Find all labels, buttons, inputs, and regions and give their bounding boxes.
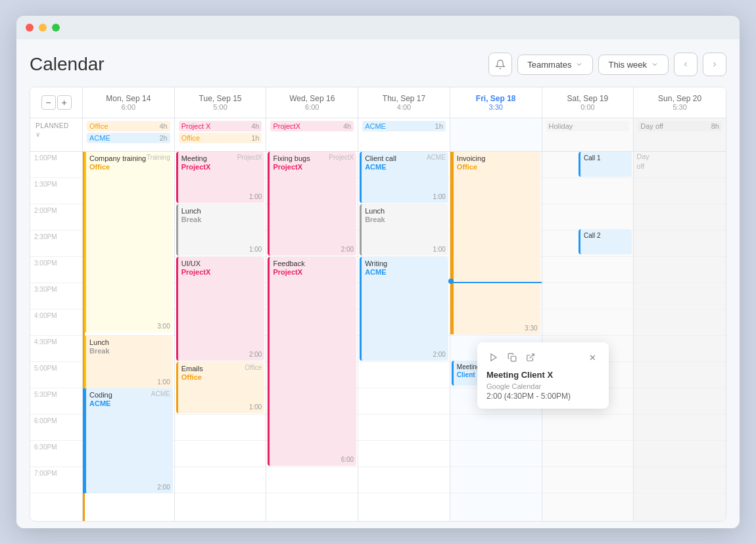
day-wed: Fixing bugs ProjectX ProjectX 2:00 Feedb…	[266, 152, 358, 521]
planned-fri	[450, 118, 542, 151]
planned-tag: ACME 2h	[87, 133, 170, 143]
event-invoicing-fri[interactable]: Invoicing Office 3:30	[452, 152, 540, 334]
time-130pm: 1:30PM	[30, 178, 82, 204]
event-company-training[interactable]: Company training Office Training 3:00	[84, 152, 173, 332]
time-6pm: 6:00PM	[30, 415, 82, 441]
header-tue: Tue, Sep 15 5:00	[175, 87, 267, 118]
header: Calendar Teammates This week	[30, 53, 726, 76]
tooltip-copy-button[interactable]	[505, 350, 519, 365]
corner-controls: − +	[30, 87, 83, 118]
time-430pm: 4:30PM	[30, 336, 82, 362]
event-fixing-bugs-wed[interactable]: Fixing bugs ProjectX ProjectX 2:00	[268, 152, 356, 256]
tooltip-close-button[interactable]: ✕	[585, 350, 600, 365]
tooltip-title: Meeting Client X	[486, 370, 600, 380]
zoom-out-button[interactable]: −	[41, 95, 56, 110]
event-tooltip: ✕ Meeting Client X Google Calendar 2:00 …	[477, 342, 609, 409]
day-tue: Meeting ProjectX ProjectX 1:00 Lunch Bre…	[175, 152, 267, 521]
planned-tag: ACME 1h	[362, 121, 446, 131]
planned-tag: Project X 4h	[179, 121, 262, 131]
svg-line-2	[530, 354, 534, 358]
day-sat: Call 1 Call 2	[542, 152, 634, 521]
tooltip-play-button[interactable]	[486, 350, 501, 365]
header-sat: Sat, Sep 19 0:00	[542, 87, 634, 118]
time-530pm: 5:30PM	[30, 388, 82, 415]
time-5pm: 5:00PM	[30, 362, 82, 388]
planned-sat: Holiday	[542, 118, 634, 151]
tooltip-external-button[interactable]	[523, 350, 538, 365]
planned-tag: Day off 8h	[638, 121, 722, 131]
planned-row: PLANNED ∨ Office 4h ACME 2h	[30, 118, 726, 152]
event-writing-thu[interactable]: Writing ACME 2:00	[360, 257, 448, 361]
bell-button[interactable]	[488, 53, 512, 76]
event-call1-sat[interactable]: Call 1	[579, 152, 632, 177]
event-lunch-thu[interactable]: Lunch Break 1:00	[360, 204, 448, 256]
planned-tag: Office 1h	[179, 133, 262, 143]
next-week-button[interactable]	[703, 53, 726, 76]
close-dot[interactable]	[26, 24, 34, 32]
teammates-label: Teammates	[527, 60, 571, 70]
time-2pm: 2:00PM	[30, 204, 82, 231]
svg-rect-1	[511, 356, 516, 361]
maximize-dot[interactable]	[52, 24, 60, 32]
time-7pm: 7:00PM	[30, 467, 82, 493]
event-meeting-tue[interactable]: Meeting ProjectX ProjectX 1:00	[176, 152, 265, 203]
current-time-bar	[450, 282, 542, 283]
calendar-body: 1:00PM 1:30PM 2:00PM 2:30PM 3:00PM 3:30P…	[30, 152, 726, 521]
titlebar	[16, 16, 740, 39]
time-column: 1:00PM 1:30PM 2:00PM 2:30PM 3:00PM 3:30P…	[30, 152, 83, 521]
planned-thu: ACME 1h	[358, 118, 450, 151]
planned-tue: Project X 4h Office 1h	[175, 118, 267, 151]
time-1pm: 1:00PM	[30, 152, 82, 178]
this-week-dropdown[interactable]: This week	[598, 55, 669, 75]
event-lunch-tue[interactable]: Lunch Break 1:00	[176, 204, 265, 256]
header-mon: Mon, Sep 14 6:00	[83, 87, 175, 118]
event-lunch-mon[interactable]: Lunch Break 1:00	[84, 336, 173, 388]
time-3pm: 3:00PM	[30, 257, 82, 283]
event-emails-tue[interactable]: Emails Office Office 1:00	[176, 362, 265, 413]
app-body: Calendar Teammates This week	[16, 39, 740, 528]
time-330pm: 3:30PM	[30, 283, 82, 309]
planned-tag: Holiday	[546, 121, 630, 131]
event-client-call-thu[interactable]: Client call ACME ACME 1:00	[360, 152, 448, 203]
app-window: Calendar Teammates This week	[16, 16, 740, 528]
event-feedback-wed[interactable]: Feedback ProjectX 6:00	[268, 257, 356, 466]
tooltip-actions	[486, 350, 538, 365]
calendar-header: − + Mon, Sep 14 6:00 Tue, Sep 15 5:00 We…	[30, 87, 726, 118]
header-sun: Sun, Sep 20 5:30	[634, 87, 726, 118]
zoom-in-button[interactable]: +	[57, 95, 72, 110]
tooltip-header: ✕	[486, 350, 600, 365]
event-call2-sat[interactable]: Call 2	[579, 229, 632, 254]
time-4pm: 4:00PM	[30, 309, 82, 336]
header-fri: Fri, Sep 18 3:30	[450, 87, 542, 118]
day-mon: Company training Office Training 3:00 Lu…	[83, 152, 175, 521]
time-630pm: 6:30PM	[30, 441, 82, 467]
this-week-label: This week	[608, 60, 647, 70]
tooltip-calendar: Google Calendar	[486, 382, 600, 390]
event-uiux-tue[interactable]: UI/UX ProjectX 2:00	[176, 257, 265, 361]
svg-marker-0	[491, 354, 496, 361]
calendar: − + Mon, Sep 14 6:00 Tue, Sep 15 5:00 We…	[30, 87, 726, 522]
planned-mon: Office 4h ACME 2h	[83, 118, 175, 151]
teammates-dropdown[interactable]: Teammates	[517, 55, 593, 75]
current-time-dot	[448, 279, 454, 284]
planned-sun: Day off 8h	[634, 118, 726, 151]
time-grid: 1:00PM 1:30PM 2:00PM 2:30PM 3:00PM 3:30P…	[30, 152, 726, 521]
planned-tag: Office 4h	[87, 121, 170, 131]
day-fri: Invoicing Office 3:30 Meeting Client X	[450, 152, 542, 521]
page-title: Calendar	[30, 54, 105, 75]
planned-tag: ProjectX 4h	[270, 121, 354, 131]
planned-label: PLANNED ∨	[30, 118, 83, 151]
header-controls: Teammates This week	[488, 53, 726, 76]
day-thu: Client call ACME ACME 1:00 Lunch Break 1…	[358, 152, 450, 521]
time-230pm: 2:30PM	[30, 231, 82, 257]
day-sun: Dayoff	[634, 152, 726, 521]
header-wed: Wed, Sep 16 6:00	[266, 87, 358, 118]
planned-wed: ProjectX 4h	[266, 118, 358, 151]
tooltip-time: 2:00 (4:30PM - 5:00PM)	[486, 392, 600, 401]
day-off-label: Dayoff	[636, 152, 650, 172]
planned-chevron[interactable]: ∨	[35, 131, 77, 138]
header-thu: Thu, Sep 17 4:00	[358, 87, 450, 118]
prev-week-button[interactable]	[674, 53, 697, 76]
event-coding-mon[interactable]: Coding ACME ACME 2:00	[84, 388, 173, 493]
minimize-dot[interactable]	[39, 24, 47, 32]
